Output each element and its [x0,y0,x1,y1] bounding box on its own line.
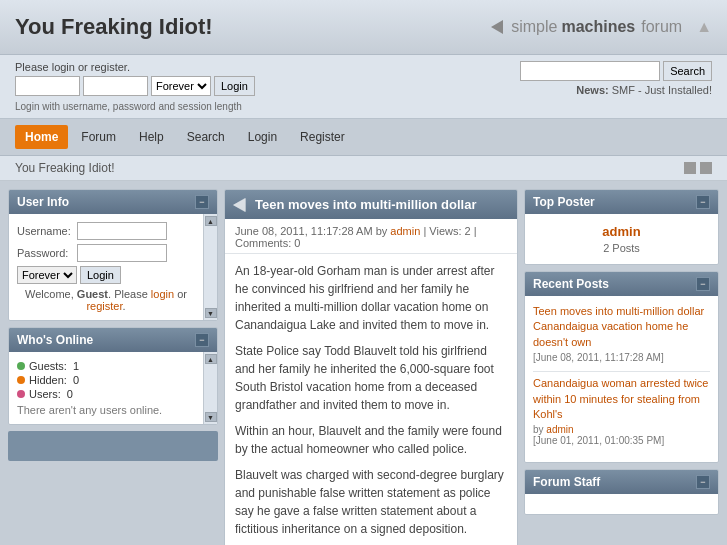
recent-posts-header: Recent Posts − [525,272,718,296]
user-info-body: Username: Password: Forever Login [9,214,217,320]
search-input[interactable] [520,61,660,81]
users-item: Users: 0 [17,388,195,400]
no-users-text: There aren't any users online. [17,404,195,416]
recent-post-2: Canandaigua woman arrested twice within … [533,376,710,446]
top-poster-body: admin 2 Posts [525,214,718,264]
login-link[interactable]: login [151,288,174,300]
recent-posts-title: Recent Posts [533,277,609,291]
session-select-panel[interactable]: Forever [17,266,77,284]
login-right: Search News: SMF - Just Installed! [520,61,712,96]
user-info-title: User Info [17,195,69,209]
scroll-down-icon[interactable]: ▼ [205,308,217,318]
password-label: Password: [17,247,77,259]
nav-forum[interactable]: Forum [71,125,126,149]
left-column: User Info − Username: Password: Forev [8,189,218,545]
article-p1: An 18-year-old Gorham man is under arres… [235,262,507,334]
top-poster-title: Top Poster [533,195,595,209]
search-button[interactable]: Search [663,61,712,81]
article-header-arrow [233,198,246,212]
guests-count: 1 [73,360,79,372]
scroll-down-icon2[interactable]: ▼ [205,412,217,422]
whos-online-title: Who's Online [17,333,93,347]
login-left: Please login or register. Forever 1 Hour… [15,61,255,112]
guests-label: Guests: [29,360,67,372]
forum-staff-body [525,494,718,514]
logo-arrow-icon [491,20,503,34]
search-area: Search [520,61,712,81]
session-select[interactable]: Forever 1 Hour 1 Day 1 Week [151,76,211,96]
login-label: Please login or register. [15,61,255,73]
article-views: Views: 2 [429,225,470,237]
nav-login[interactable]: Login [238,125,287,149]
recent-post-2-date: [June 01, 2011, 01:00:35 PM] [533,435,664,446]
collapse-icon[interactable]: ▲ [696,18,712,36]
user-info-collapse-icon[interactable]: − [195,195,209,209]
password-input[interactable] [83,76,148,96]
article-author[interactable]: admin [390,225,420,237]
users-label: Users: [29,388,61,400]
whos-online-body: Guests: 1 Hidden: 0 Users: 0 There aren'… [9,352,217,424]
login-btn-panel[interactable]: Login [80,266,121,284]
recent-post-1-meta: [June 08, 2011, 11:17:28 AM] [533,352,710,363]
scroll-up-icon[interactable]: ▲ [205,216,217,226]
user-info-header: User Info − [9,190,217,214]
nav-help[interactable]: Help [129,125,174,149]
collapse-icon[interactable] [700,162,712,174]
logo: simplemachines forum ▲ [491,18,712,36]
nav-register[interactable]: Register [290,125,355,149]
password-field[interactable] [77,244,167,262]
top-poster-panel: Top Poster − admin 2 Posts [524,189,719,265]
nav-home[interactable]: Home [15,125,68,149]
username-field[interactable] [77,222,167,240]
top-poster-name[interactable]: admin [533,224,710,239]
login-bar: Please login or register. Forever 1 Hour… [0,55,727,119]
right-column: Top Poster − admin 2 Posts Recent Posts … [524,189,719,545]
recent-post-2-title[interactable]: Canandaigua woman arrested twice within … [533,376,710,422]
user-info-content: Username: Password: Forever Login [9,214,203,320]
recent-posts-body: Teen moves into multi-million dollar Can… [525,296,718,462]
article-panel: Teen moves into multi-million dollar Jun… [224,189,518,545]
article-p2: State Police say Todd Blauvelt told his … [235,342,507,414]
whos-online-content: Guests: 1 Hidden: 0 Users: 0 There aren'… [9,352,203,424]
top-poster-count: 2 Posts [533,242,710,254]
recent-posts-collapse-icon[interactable]: − [696,277,710,291]
forum-staff-header: Forum Staff − [525,470,718,494]
news-area: News: SMF - Just Installed! [576,84,712,96]
breadcrumb: You Freaking Idiot! [0,156,727,181]
login-button[interactable]: Login [214,76,255,96]
recent-post-1-title[interactable]: Teen moves into multi-million dollar Can… [533,304,710,350]
breadcrumb-icons [684,162,712,174]
site-title: You Freaking Idiot! [15,14,213,40]
article-by: by [376,225,391,237]
nav-search[interactable]: Search [177,125,235,149]
recent-post-2-author[interactable]: admin [546,424,573,435]
register-link[interactable]: register [86,300,122,312]
article-pipe2: | [474,225,477,237]
user-info-scrollbar[interactable]: ▲ ▼ [203,214,217,320]
welcome-text: Welcome, Guest. Please login or register… [17,288,195,312]
hidden-item: Hidden: 0 [17,374,195,386]
recent-post-divider [533,371,710,372]
article-header: Teen moves into multi-million dollar [225,190,517,219]
expand-icon[interactable] [684,162,696,174]
article-comments: Comments: 0 [235,237,300,249]
session-row: Forever Login [17,266,195,284]
hidden-count: 0 [73,374,79,386]
article-meta: June 08, 2011, 11:17:28 AM by admin | Vi… [225,219,517,254]
scroll-up-icon2[interactable]: ▲ [205,354,217,364]
article-p3: Within an hour, Blauvelt and the family … [235,422,507,458]
article-p4: Blauvelt was charged with second-degree … [235,466,507,538]
login-fields: Forever 1 Hour 1 Day 1 Week Login [15,76,255,96]
hidden-dot [17,376,25,384]
username-input[interactable] [15,76,80,96]
forum-staff-collapse-icon[interactable]: − [696,475,710,489]
recent-post-2-meta: by admin [June 01, 2011, 01:00:35 PM] [533,424,710,446]
main-content: User Info − Username: Password: Forev [0,181,727,545]
whos-online-scrollbar[interactable]: ▲ ▼ [203,352,217,424]
logo-forum-text: forum [641,18,682,36]
guests-dot [17,362,25,370]
breadcrumb-text: You Freaking Idiot! [15,161,115,175]
whos-online-collapse-icon[interactable]: − [195,333,209,347]
recent-post-1: Teen moves into multi-million dollar Can… [533,304,710,363]
top-poster-collapse-icon[interactable]: − [696,195,710,209]
